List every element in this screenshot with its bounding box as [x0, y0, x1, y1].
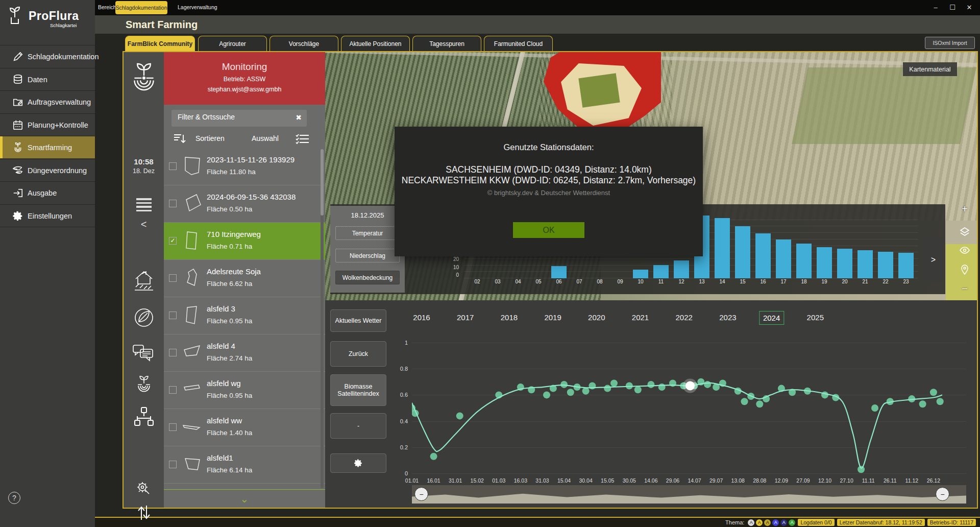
map-layers-icon[interactable]: [959, 227, 971, 239]
field-list-item[interactable]: alsfeld 4Fläche 2.74 ha: [164, 334, 325, 372]
tab-vorschlaege[interactable]: Vorschläge: [270, 36, 338, 51]
theme-color-button[interactable]: A: [772, 519, 779, 526]
ndvi-dot[interactable]: [756, 400, 763, 408]
ndvi-dot[interactable]: [604, 385, 611, 392]
list-scrollbar[interactable]: [321, 149, 324, 488]
field-checkbox[interactable]: [169, 461, 177, 468]
minimap-right-handle[interactable]: −: [936, 487, 949, 501]
sort-updown-icon[interactable]: [124, 502, 164, 523]
year-2016[interactable]: 2016: [409, 311, 433, 324]
field-checkbox[interactable]: [169, 349, 177, 356]
dialog-ok-button[interactable]: OK: [513, 222, 584, 238]
year-2023[interactable]: 2023: [716, 311, 740, 324]
field-checkbox[interactable]: ✓: [169, 237, 177, 245]
ndvi-dot[interactable]: [937, 398, 944, 405]
minimize-button[interactable]: –: [930, 4, 941, 11]
map-zoom-in-button[interactable]: +: [959, 203, 971, 215]
zurueck-button[interactable]: Zurück: [330, 341, 386, 367]
tab-farmunited-cloud[interactable]: Farmunited Cloud: [484, 36, 553, 51]
ndvi-dot[interactable]: [626, 382, 633, 390]
timeline-minimap[interactable]: [412, 485, 966, 504]
theme-color-button[interactable]: A: [748, 519, 754, 526]
biomasse-satellitenindex-button[interactable]: Biomasse Satellitenindex: [330, 374, 386, 406]
field-list-item[interactable]: alsfeld wwFläche 1.40 ha: [164, 409, 325, 446]
ndvi-dot[interactable]: [582, 388, 590, 395]
tab-tagesspuren[interactable]: Tagesspuren: [412, 36, 481, 51]
window-tab-lagerverwaltung[interactable]: Lagerverwaltung: [178, 4, 217, 10]
field-list-item[interactable]: alsfeld wgFläche 0.95 ha: [164, 372, 325, 409]
year-2020[interactable]: 2020: [584, 311, 608, 324]
auswahl-label[interactable]: Auswahl: [252, 134, 279, 142]
field-checkbox[interactable]: [169, 200, 177, 207]
ndvi-dot[interactable]: [647, 381, 654, 388]
list-scroll-thumb[interactable]: [321, 149, 324, 215]
tab-agrirouter[interactable]: Agrirouter: [198, 36, 267, 51]
map-pin-icon[interactable]: [959, 265, 971, 277]
list-expander-chevron[interactable]: ⌄: [164, 489, 325, 508]
minus-button[interactable]: -: [330, 413, 386, 439]
year-2025[interactable]: 2025: [803, 311, 827, 324]
field-list-item[interactable]: alsfeld1Fläche 6.14 ha: [164, 446, 325, 484]
theme-color-button[interactable]: A: [789, 519, 795, 526]
field-list-item[interactable]: alsfeld 3Fläche 0.95 ha: [164, 297, 325, 334]
leaf-icon[interactable]: [124, 306, 164, 329]
help-button[interactable]: ?: [8, 492, 20, 504]
sortieren-label[interactable]: Sortieren: [195, 134, 225, 142]
search-settings-icon[interactable]: [124, 480, 164, 498]
kartenmaterial-button[interactable]: Kartenmaterial: [903, 62, 957, 76]
year-2024[interactable]: 2024: [759, 311, 784, 325]
niederschlag-button[interactable]: Niederschlag: [335, 249, 400, 262]
ndvi-chart[interactable]: [412, 343, 966, 473]
collapse-chevron-icon[interactable]: <: [124, 219, 164, 230]
sidebar-item-planung-kontrolle[interactable]: Planung+Kontrolle: [0, 113, 95, 136]
tab-farmblick-community[interactable]: FarmBlick Community: [125, 36, 195, 51]
year-2019[interactable]: 2019: [541, 311, 565, 324]
sidebar-item-smartfarming[interactable]: Smartfarming: [0, 136, 95, 158]
sidebar-item-duengeverordnung[interactable]: Düngeverordnung: [0, 159, 95, 181]
sidebar-item-ausgabe[interactable]: Ausgabe: [0, 181, 95, 204]
ndvi-dot[interactable]: [919, 400, 926, 408]
sidebar-item-einstellungen[interactable]: Einstellungen: [0, 204, 95, 227]
field-list-item[interactable]: ✓710 ItzingerwegFläche 0.71 ha: [164, 223, 325, 260]
field-checkbox[interactable]: [169, 274, 177, 282]
sort-icon[interactable]: [173, 133, 186, 147]
window-tab-bereich[interactable]: Bereich: [98, 4, 116, 10]
ndvi-dot[interactable]: [610, 379, 618, 387]
field-list-item[interactable]: alsfeld2: [164, 484, 325, 489]
search-input[interactable]: [178, 113, 287, 121]
ndvi-dot[interactable]: [821, 391, 828, 398]
ndvi-dot[interactable]: [704, 381, 711, 388]
ndvi-dot[interactable]: [456, 412, 463, 419]
sidebar-item-auftragsverwaltung[interactable]: Auftragsverwaltung: [0, 90, 95, 113]
map-visibility-icon[interactable]: [959, 246, 971, 256]
chat-icon[interactable]: [124, 343, 164, 365]
tab-aktuelle-positionen[interactable]: Aktuelle Positionen: [341, 36, 410, 51]
close-button[interactable]: ✕: [964, 4, 975, 11]
ndvi-dot[interactable]: [560, 381, 568, 388]
year-2022[interactable]: 2022: [672, 311, 696, 324]
search-clear-icon[interactable]: ✖: [296, 113, 302, 122]
year-2021[interactable]: 2021: [628, 311, 652, 324]
logdaten-badge[interactable]: Logdaten 0/0: [798, 519, 834, 526]
field-checkbox[interactable]: [169, 312, 177, 319]
ndvi-dot[interactable]: [741, 398, 748, 405]
wolkenbedeckung-button[interactable]: Wolkenbedeckung: [335, 271, 400, 284]
hierarchy-icon[interactable]: [124, 406, 164, 427]
field-checkbox[interactable]: [169, 423, 177, 431]
ndvi-dot[interactable]: [857, 466, 865, 473]
ndvi-dot[interactable]: [430, 453, 437, 460]
field-checkbox[interactable]: [169, 162, 177, 170]
field-list-item[interactable]: 2024-06-09-15-36 432038Fläche 0.50 ha: [164, 185, 325, 223]
ndvi-dot[interactable]: [930, 389, 937, 396]
temperatur-button[interactable]: Temperatur: [335, 226, 400, 240]
aktuelles-wetter-button[interactable]: Aktuelles Wetter: [330, 309, 386, 332]
ndvi-dot[interactable]: [567, 389, 574, 396]
ndvi-highlight-dot[interactable]: [685, 381, 695, 390]
sidebar-item-schlagdokumentation[interactable]: Schlagdokumentation: [0, 45, 95, 67]
ndvi-dot[interactable]: [634, 386, 642, 393]
maximize-button[interactable]: ☐: [947, 4, 958, 11]
sidebar-item-daten[interactable]: Daten: [0, 68, 95, 90]
settings-gear-button[interactable]: [330, 453, 386, 473]
checklist-icon[interactable]: [296, 133, 310, 147]
isoxml-import-button[interactable]: ISOxml Import: [925, 37, 975, 49]
